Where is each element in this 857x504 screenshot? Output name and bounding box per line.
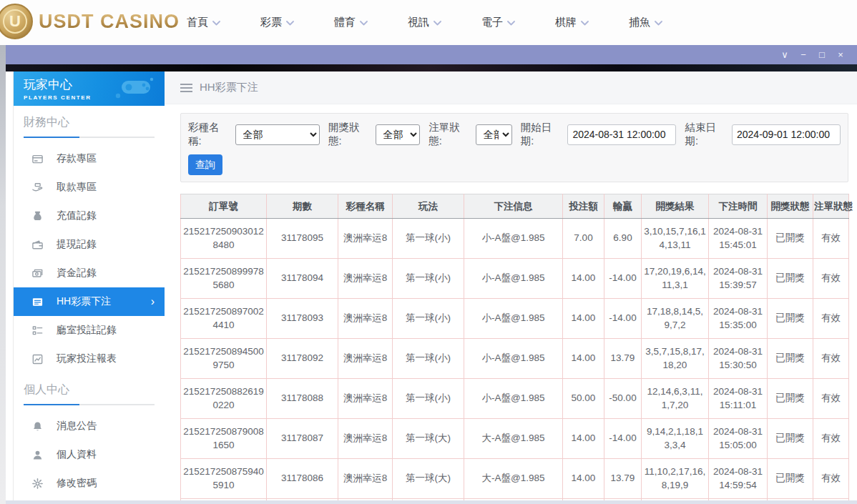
table-cell: 澳洲幸运8 bbox=[338, 339, 393, 379]
window-close-icon[interactable]: × bbox=[831, 45, 850, 64]
nav-item[interactable]: 首頁 bbox=[167, 16, 240, 29]
sidebar-item-廳室投註記錄[interactable]: 廳室投註記錄 bbox=[14, 316, 165, 345]
table-cell: 小-A盤@1.985 bbox=[464, 339, 563, 379]
draw-status-select[interactable]: 全部 bbox=[376, 124, 421, 145]
table-cell: 已開獎 bbox=[768, 339, 813, 379]
nav-item-label: 電子 bbox=[481, 16, 503, 29]
table-cell: 小-A盤@1.985 bbox=[464, 259, 563, 299]
table-cell: 14.00 bbox=[563, 299, 604, 339]
column-header: 注單狀態 bbox=[813, 194, 849, 219]
sidebar-item-HH彩票下注[interactable]: HH彩票下注› bbox=[14, 287, 165, 316]
main-content: HH彩票下注 彩種名稱: 全部 開獎狀態: 全部 注單狀態: 全部 bbox=[165, 71, 857, 504]
end-date-label: 結束日期: bbox=[685, 121, 728, 148]
sidebar-section-title: 財務中心 bbox=[24, 115, 155, 137]
table-cell: 小-A盤@1.985 bbox=[464, 299, 563, 339]
table-cell: 有效 bbox=[813, 219, 849, 259]
table-cell: 2152172508759405910 bbox=[181, 459, 267, 499]
sidebar-item-玩家投注報表[interactable]: 玩家投注報表 bbox=[14, 345, 165, 373]
table-cell: 2024-08-31 15:39:57 bbox=[709, 259, 768, 299]
table-cell: 3,10,15,7,16,14,13,11 bbox=[642, 219, 709, 259]
table-cell: 有效 bbox=[813, 259, 849, 299]
player-center-window: ∨−□× 玩家中心 PLAYERS CENTER 財務中心存款專區取款專區充值記… bbox=[6, 45, 857, 504]
table-cell: 2024-08-31 15:11:01 bbox=[709, 379, 768, 419]
table-cell: 2152172508826190220 bbox=[181, 379, 267, 419]
table-cell: 31178094 bbox=[267, 259, 338, 299]
end-date-input[interactable] bbox=[732, 124, 841, 145]
deposit-icon bbox=[31, 152, 44, 165]
nav-item[interactable]: 電子 bbox=[461, 16, 535, 29]
sidebar-item-label: 充值記錄 bbox=[57, 209, 97, 222]
window-body: 玩家中心 PLAYERS CENTER 財務中心存款專區取款專區充值記錄提現記錄… bbox=[6, 64, 857, 504]
window-titlebar: ∨−□× bbox=[6, 45, 857, 64]
section-underline bbox=[24, 137, 155, 138]
section-underline bbox=[24, 404, 155, 405]
search-button[interactable]: 查詢 bbox=[188, 154, 222, 175]
column-header: 下注信息 bbox=[464, 194, 563, 219]
menu-toggle-icon[interactable] bbox=[180, 84, 192, 92]
table-cell: -14.00 bbox=[604, 259, 642, 299]
table-cell: 2024-08-31 15:45:01 bbox=[709, 219, 768, 259]
table-cell: 有效 bbox=[813, 379, 849, 419]
table-cell: 澳洲幸运8 bbox=[338, 419, 393, 459]
chevron-right-icon: › bbox=[151, 295, 155, 308]
table-cell: 第一球(小) bbox=[393, 299, 464, 339]
chevron-down-icon bbox=[655, 21, 662, 26]
table-cell: 31178086 bbox=[267, 459, 338, 499]
sidebar-item-個人資料[interactable]: 個人資料 bbox=[14, 440, 165, 469]
table-cell: 13.79 bbox=[604, 339, 642, 379]
sidebar: 玩家中心 PLAYERS CENTER 財務中心存款專區取款專區充值記錄提現記錄… bbox=[13, 71, 165, 504]
lottery-bet-icon bbox=[31, 295, 44, 308]
sidebar-item-消息公告[interactable]: 消息公告 bbox=[14, 412, 165, 440]
table-cell: 50.00 bbox=[563, 379, 604, 419]
nav-item[interactable]: 彩票 bbox=[240, 16, 314, 29]
nav-item[interactable]: 體育 bbox=[314, 16, 388, 29]
table-cell: 有效 bbox=[813, 339, 849, 379]
nav-item[interactable]: 捕魚 bbox=[609, 16, 682, 29]
page-title: HH彩票下注 bbox=[200, 81, 258, 94]
sidebar-item-充值記錄[interactable]: 充值記錄 bbox=[14, 202, 165, 230]
sidebar-item-修改密碼[interactable]: 修改密碼 bbox=[14, 469, 165, 498]
table-cell: 有效 bbox=[813, 299, 849, 339]
start-date-input[interactable] bbox=[567, 124, 676, 145]
table-cell: 2024-08-31 14:59:54 bbox=[709, 459, 768, 499]
nav-item-label: 視訊 bbox=[408, 16, 429, 29]
table-cell: 已開獎 bbox=[768, 219, 813, 259]
window-minimize-icon[interactable]: − bbox=[794, 45, 813, 64]
table-cell: 澳洲幸运8 bbox=[338, 259, 393, 299]
table-cell: 14.00 bbox=[563, 459, 604, 499]
start-date-label: 開始日期: bbox=[521, 121, 564, 148]
sidebar-item-存款專區[interactable]: 存款專區 bbox=[14, 144, 165, 173]
table-cell: 6.90 bbox=[604, 219, 642, 259]
table-cell: 7.00 bbox=[563, 219, 604, 259]
table-cell: 2152172509030128480 bbox=[181, 219, 267, 259]
table-cell: 12,14,6,3,11,1,7,20 bbox=[642, 379, 709, 419]
player-report-icon bbox=[31, 352, 44, 365]
window-maximize-icon[interactable]: □ bbox=[813, 45, 831, 64]
chevron-down-icon bbox=[212, 21, 220, 26]
order-status-select[interactable]: 全部 bbox=[476, 124, 512, 145]
room-bet-record-icon bbox=[31, 324, 44, 337]
sidebar-item-資金記錄[interactable]: 資金記錄 bbox=[14, 259, 165, 287]
table-cell: 第一球(大) bbox=[393, 459, 464, 499]
nav-item[interactable]: 視訊 bbox=[388, 16, 461, 29]
table-cell: 17,18,8,14,5,9,7,2 bbox=[642, 299, 709, 339]
table-cell: 2152172508999785680 bbox=[181, 259, 267, 299]
sidebar-item-label: 提現記錄 bbox=[57, 238, 97, 251]
table-cell: 2024-08-31 15:35:00 bbox=[709, 299, 768, 339]
window-bottom-strip bbox=[6, 500, 857, 504]
sidebar-item-取款專區[interactable]: 取款專區 bbox=[14, 173, 165, 202]
table-row: 215217250882619022031178088澳洲幸运8第一球(小)小-… bbox=[181, 379, 849, 419]
chevron-down-icon bbox=[507, 21, 515, 26]
recharge-record-icon bbox=[31, 209, 44, 222]
nav-item-label: 捕魚 bbox=[629, 16, 650, 29]
lottery-name-select[interactable]: 全部 bbox=[235, 124, 320, 145]
sidebar-item-提現記錄[interactable]: 提現記錄 bbox=[14, 230, 165, 259]
table-cell: 3,5,7,15,8,17,18,20 bbox=[642, 339, 709, 379]
nav-item-label: 彩票 bbox=[260, 16, 282, 29]
nav-item[interactable]: 棋牌 bbox=[535, 16, 609, 29]
window-dropdown-icon[interactable]: ∨ bbox=[775, 45, 794, 64]
sidebar-item-label: 存款專區 bbox=[57, 152, 97, 165]
table-cell: 已開獎 bbox=[768, 259, 813, 299]
main-nav: 首頁彩票體育視訊電子棋牌捕魚 bbox=[167, 0, 682, 45]
breadcrumb: HH彩票下注 bbox=[165, 71, 857, 104]
